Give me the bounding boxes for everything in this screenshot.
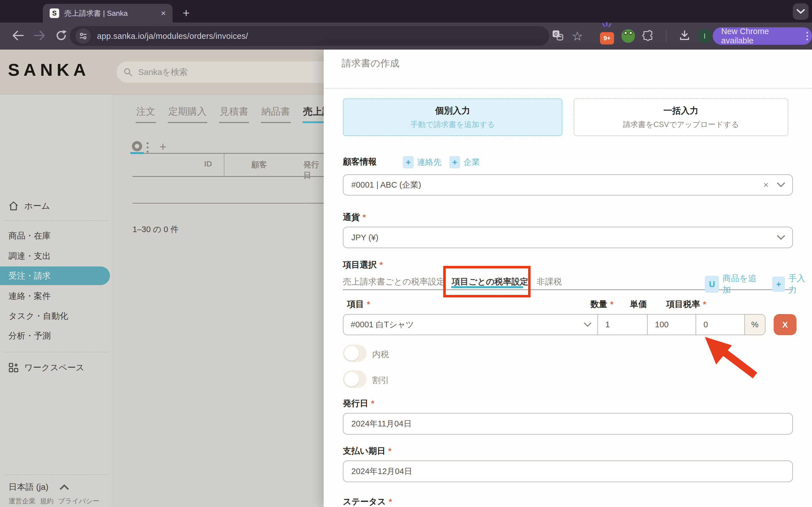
add-product-button[interactable]: U 商品を追加 (705, 273, 762, 296)
currency-select[interactable]: JPY (¥) (343, 227, 793, 248)
downloads-icon[interactable] (679, 30, 690, 42)
url-text[interactable]: app.sanka.io/ja/modules/orders/invoices/ (97, 32, 248, 41)
app-logo[interactable]: SANKA (8, 60, 90, 80)
customer-add-actions: + 連絡先 + 企業 (403, 156, 480, 168)
view-options-kebab-icon[interactable] (147, 142, 149, 153)
qty-column-label: 数量* (591, 298, 613, 310)
footer-link-privacy[interactable]: プライバシー (58, 497, 100, 506)
qty-cell (598, 315, 647, 335)
reload-icon[interactable] (55, 30, 67, 43)
entry-card-individual[interactable]: 個別入力 手動で請求書を追加する (343, 98, 562, 136)
chrome-update-button[interactable]: New Chrome available (713, 27, 812, 45)
issue-date-input[interactable] (343, 413, 793, 435)
search-input[interactable] (138, 67, 290, 77)
discount-toggle[interactable] (343, 371, 366, 388)
unit-price-cell (647, 315, 696, 335)
new-tab-icon[interactable]: + (183, 7, 190, 19)
sidebar-divider (4, 220, 108, 221)
tax-rate-input[interactable] (703, 320, 744, 329)
column-header-id[interactable]: ID (169, 159, 212, 168)
product-bag-icon: U (705, 276, 719, 293)
site-settings-icon[interactable] (75, 29, 91, 44)
tab-delivery-notes[interactable]: 納品書 (261, 105, 291, 123)
tax-included-label: 内税 (372, 349, 389, 360)
sidebar-footer-links: 運営企業 規約 プライバシー (0, 492, 112, 507)
profile-avatar[interactable]: I (698, 29, 712, 43)
item-row: #0001 白Tシャツ % (343, 314, 765, 335)
sidebar-item-analytics[interactable]: 分析・予測 (0, 327, 112, 344)
column-header-customer[interactable]: 顧客 (245, 159, 273, 170)
tax-included-toggle[interactable] (343, 344, 366, 362)
column-divider (224, 154, 224, 176)
browser-tab[interactable]: S 売上請求書 | Sanka × (43, 4, 172, 22)
update-area: New Chrome available (713, 22, 812, 50)
view-circle-icon[interactable] (132, 141, 142, 151)
frog-extension-icon[interactable] (621, 29, 635, 43)
home-icon (8, 201, 18, 211)
due-date-input[interactable] (343, 460, 793, 482)
forward-icon[interactable] (33, 31, 46, 42)
workspace-icon (8, 362, 18, 373)
global-search[interactable] (117, 61, 324, 83)
add-contact-button[interactable]: + 連絡先 (403, 156, 442, 168)
sidebar-item-contacts[interactable]: 連絡・案件 (0, 287, 112, 305)
status-label: ステータス* (343, 496, 392, 507)
toolbar-page-actions: G ☆ (552, 22, 583, 50)
unit-price-column-label: 単価 (630, 298, 647, 310)
sidebar-divider (4, 352, 108, 352)
tax-column-label: 項目税率* (666, 298, 706, 310)
item-product-select[interactable]: #0001 白Tシャツ (343, 315, 598, 335)
tax-tab-exempt[interactable]: 非課税 (537, 276, 562, 288)
item-column-label: 項目* (347, 298, 370, 310)
add-company-button[interactable]: + 企業 (449, 156, 480, 168)
sidebar-item-procurement[interactable]: 調達・支出 (0, 247, 112, 265)
app-header: SANKA (0, 50, 324, 95)
tab-title: 売上請求書 | Sanka (64, 8, 156, 18)
entry-card-bulk[interactable]: 一括入力 請求書をCSVでアップロードする (573, 98, 788, 136)
unit-price-input[interactable] (655, 320, 696, 329)
qty-input[interactable] (605, 320, 647, 329)
sidebar-item-products[interactable]: 商品・在庫 (0, 227, 112, 244)
due-date-label: 支払い期日* (343, 445, 391, 457)
sidebar-item-orders-selected[interactable]: 受注・請求 (0, 267, 110, 285)
customer-select[interactable]: #0001 | ABC (企業) × (343, 174, 793, 195)
tab-subscriptions[interactable]: 定期購入 (168, 105, 207, 123)
sidebar-item-workspace[interactable]: ワークスペース (0, 359, 112, 376)
tax-tab-per-invoice[interactable]: 売上請求書ごとの税率設定 (343, 276, 445, 288)
clear-icon[interactable]: × (763, 180, 769, 190)
tab-sales-invoices[interactable]: 売上請求書 (303, 105, 324, 123)
column-header-issue-date[interactable]: 発行日 (303, 159, 324, 181)
footer-link-terms[interactable]: 規約 (40, 497, 54, 506)
sidebar-item-tasks[interactable]: タスク・自動化 (0, 307, 112, 325)
tab-search-chevron-icon[interactable] (793, 3, 809, 20)
tab-quotes[interactable]: 見積書 (219, 105, 249, 123)
extensions-puzzle-icon[interactable] (642, 30, 654, 42)
bookmark-star-icon[interactable]: ☆ (572, 29, 583, 43)
footer-link-company[interactable]: 運営企業 (8, 497, 36, 506)
toolbar-divider (666, 30, 666, 42)
favicon: S (50, 8, 59, 18)
url-bar[interactable]: app.sanka.io/ja/modules/orders/invoices/ (70, 26, 549, 46)
back-icon[interactable] (12, 31, 24, 42)
add-view-icon[interactable]: + (159, 140, 167, 154)
pagination-count: 1–30 の 0 件 (133, 224, 179, 235)
plus-icon: + (449, 156, 460, 168)
percent-suffix: % (744, 315, 765, 335)
chevron-down-icon[interactable] (777, 235, 785, 240)
title-divider (324, 88, 812, 89)
manual-entry-button[interactable]: + 手入力 (772, 273, 812, 296)
sidebar-item-home[interactable]: ホーム (0, 197, 112, 215)
invoice-create-panel: 請求書の作成 個別入力 手動で請求書を追加する 一括入力 請求書をCSVでアップ… (324, 50, 812, 507)
chevron-down-icon[interactable] (777, 182, 785, 187)
chevron-down-icon[interactable] (584, 323, 591, 327)
chrome-menu-kebab-icon[interactable] (806, 32, 808, 40)
delete-item-button[interactable]: X (774, 314, 797, 335)
extension-badge[interactable]: 9+ (600, 27, 614, 45)
discount-label: 割引 (372, 375, 389, 386)
modal-title: 請求書の作成 (342, 57, 400, 70)
item-add-actions: U 商品を追加 + 手入力 (705, 273, 812, 296)
translate-icon[interactable]: G (552, 30, 563, 42)
tab-orders[interactable]: 注文 (136, 105, 156, 123)
module-tabs: 注文 定期購入 見積書 納品書 売上請求書 (136, 105, 324, 123)
tab-close-icon[interactable]: × (161, 8, 166, 18)
